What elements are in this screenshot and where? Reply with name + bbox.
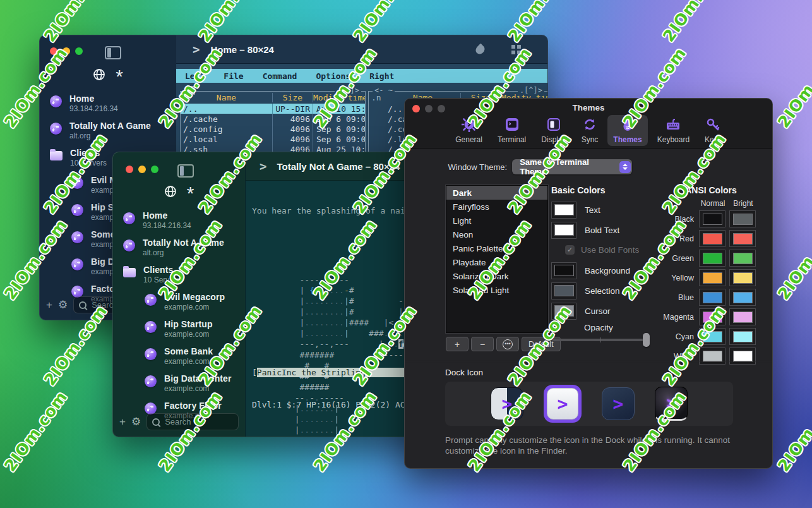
- tab-keys[interactable]: Keys: [699, 115, 727, 146]
- tab-sync[interactable]: Sync: [576, 115, 604, 146]
- add-server-button[interactable]: +: [46, 299, 52, 310]
- file-row[interactable]: /.cache4096Sep 6 09:04: [181, 114, 365, 124]
- minimize-button[interactable]: [63, 47, 70, 55]
- file-row[interactable]: /..UP--DIRAug 10 15:49: [181, 104, 365, 114]
- tab-themes[interactable]: Themes: [607, 115, 647, 146]
- settings-gear-icon[interactable]: ⚙: [131, 416, 141, 427]
- theme-item-light[interactable]: Light: [446, 214, 547, 227]
- ansi-swatch-blue-normal[interactable]: [699, 289, 725, 306]
- sidebar-item-home[interactable]: Home93.184.216.34: [50, 94, 174, 113]
- mc-menu-options[interactable]: Options: [316, 71, 350, 81]
- window-theme-popup[interactable]: Same as Terminal Theme: [512, 159, 632, 174]
- ansi-swatch-yellow-normal[interactable]: [699, 269, 725, 286]
- file-row[interactable]: /.local4096Sep 6 09:04: [181, 134, 365, 144]
- use-bold-fonts-checkbox[interactable]: ✓: [565, 245, 575, 255]
- add-server-button[interactable]: +: [119, 416, 126, 427]
- ansi-swatch-cyan-normal[interactable]: [699, 328, 725, 345]
- tab-label: General: [455, 135, 482, 144]
- checkbox-label: Use Bold Fonts: [581, 245, 639, 255]
- sidebar-item-big-data-center[interactable]: Big Data Centerexample.com: [145, 373, 242, 393]
- tab-keyboard[interactable]: Keyboard: [652, 115, 695, 146]
- zoom-button[interactable]: [75, 47, 83, 55]
- themes-drop-icon[interactable]: [474, 44, 487, 56]
- ansi-swatch-green-bright[interactable]: [729, 250, 756, 267]
- close-button[interactable]: [126, 166, 133, 173]
- color-swatch-background[interactable]: [551, 262, 576, 279]
- dock-icon-option-keycap[interactable]: >: [655, 387, 688, 421]
- theme-item-playdate[interactable]: Playdate: [446, 255, 547, 269]
- ansi-swatch-green-normal[interactable]: [699, 250, 725, 267]
- theme-item-solarized-light[interactable]: Solarized Light: [446, 283, 547, 297]
- popup-value: Same as Terminal Theme: [520, 157, 614, 176]
- mc-menu-file[interactable]: File: [224, 71, 243, 81]
- globe-icon[interactable]: [93, 68, 105, 81]
- color-swatch-text[interactable]: [551, 202, 576, 219]
- ansi-col-bright: Bright: [729, 199, 757, 208]
- traffic-lights[interactable]: [50, 47, 83, 55]
- ansi-swatch-white-normal[interactable]: [699, 348, 725, 365]
- tab-general[interactable]: General: [450, 115, 488, 146]
- ansi-swatch-white-bright[interactable]: [729, 348, 756, 365]
- remove-theme-button[interactable]: −: [471, 337, 494, 351]
- sidebar-toggle-icon[interactable]: [105, 46, 121, 59]
- server-name: Totally Not A Game: [69, 121, 151, 131]
- theme-item-neon[interactable]: Neon: [446, 227, 547, 241]
- add-theme-button[interactable]: +: [446, 337, 469, 351]
- dock-icon-option-light-selected[interactable]: >: [544, 385, 582, 423]
- more-options-button[interactable]: •••: [496, 337, 519, 351]
- search-field[interactable]: [146, 413, 239, 430]
- sidebar-item-some-bank[interactable]: Some Bankexample.com: [145, 346, 242, 366]
- sidebar-item-evil-megacorp[interactable]: Evil Megacorpexample.com: [145, 292, 242, 311]
- ansi-swatch-black-bright[interactable]: [729, 210, 756, 227]
- ansi-swatch-magenta-bright[interactable]: [729, 308, 756, 325]
- settings-gear-icon[interactable]: ⚙: [58, 299, 68, 310]
- opacity-slider[interactable]: [552, 339, 648, 341]
- sidebar-item-home[interactable]: Home93.184.216.34: [123, 210, 242, 230]
- server-name: Clients: [70, 148, 107, 158]
- sidebar-item-totally-not-a-game[interactable]: Totally Not A Gamealt.org: [50, 121, 174, 140]
- sidebar-item-totally-not-a-game[interactable]: Totally Not A Gamealt.org: [123, 238, 242, 257]
- theme-item-panic-palette[interactable]: Panic Palette: [446, 241, 547, 255]
- ansi-swatch-blue-bright[interactable]: [729, 289, 756, 306]
- sidebar-toggle-icon[interactable]: [177, 164, 194, 178]
- settings-window-themes[interactable]: Themes GeneralTerminalDisplaySyncThemesK…: [404, 98, 773, 469]
- search-input[interactable]: [164, 416, 233, 427]
- theme-item-dark[interactable]: Dark: [446, 186, 547, 200]
- ansi-swatch-black-normal[interactable]: [699, 210, 725, 227]
- mc-panel-chip[interactable]: <: [186, 86, 195, 95]
- globe-icon[interactable]: [164, 185, 177, 198]
- dock-icon-option-split[interactable]: >: [491, 387, 523, 420]
- dock-icon-note: Prompt can only customize the icon in th…: [445, 435, 741, 456]
- color-swatch-cursor[interactable]: [551, 303, 576, 320]
- tab-display[interactable]: Display: [535, 115, 571, 146]
- theme-item-solarized-dark[interactable]: Solarized Dark: [446, 269, 547, 283]
- slider-knob[interactable]: [643, 333, 650, 347]
- mc-menu-right[interactable]: Right: [369, 71, 394, 81]
- ansi-swatch-cyan-bright[interactable]: [729, 328, 756, 345]
- minimize-button[interactable]: [138, 166, 146, 173]
- theme-item-fairyfloss[interactable]: Fairyfloss: [446, 200, 547, 214]
- ansi-swatch-red-bright[interactable]: [729, 230, 756, 247]
- file-row[interactable]: /.config4096Sep 6 09:04: [181, 124, 365, 134]
- dock-icon-header: Dock Icon: [445, 368, 483, 377]
- basic-colors-header: Basic Colors: [551, 185, 665, 195]
- mc-menu-left[interactable]: Left: [185, 71, 205, 81]
- ansi-swatch-red-normal[interactable]: [699, 230, 725, 247]
- mc-col-size[interactable]: Size: [273, 93, 313, 102]
- ansi-swatch-yellow-bright[interactable]: [729, 269, 756, 286]
- sidebar-item-clients[interactable]: Clients10 Servers: [123, 265, 242, 284]
- sidebar-item-hip-startup[interactable]: Hip Startupexample.com: [145, 319, 242, 339]
- dock-icon-option-dark[interactable]: >: [602, 387, 635, 420]
- traffic-lights[interactable]: [126, 166, 158, 173]
- theme-list[interactable]: DarkFairyflossLightNeonPanic PalettePlay…: [446, 185, 548, 333]
- mc-menu-command[interactable]: Command: [263, 71, 297, 81]
- asterisk-icon[interactable]: *: [187, 187, 194, 200]
- asterisk-icon[interactable]: *: [116, 70, 123, 83]
- close-button[interactable]: [50, 47, 57, 55]
- color-swatch-bold-text[interactable]: [551, 222, 576, 239]
- color-swatch-selection[interactable]: [551, 282, 576, 299]
- shortcuts-grid-icon[interactable]: [511, 45, 521, 54]
- zoom-button[interactable]: [151, 166, 158, 173]
- ansi-swatch-magenta-normal[interactable]: [699, 308, 725, 325]
- tab-terminal[interactable]: Terminal: [492, 115, 532, 146]
